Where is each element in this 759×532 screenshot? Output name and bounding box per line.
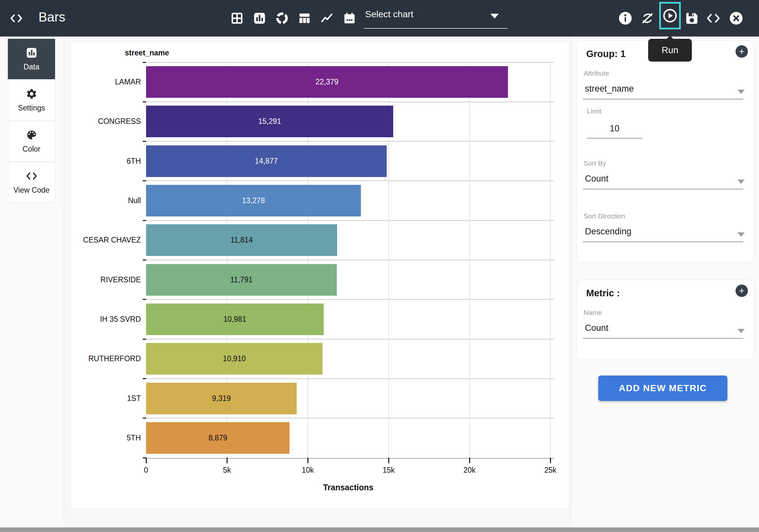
metric-name-select[interactable]: Count: [585, 323, 608, 333]
x-tick-label: 10k: [301, 466, 314, 475]
sidebar-item-view-code[interactable]: View Code: [8, 162, 55, 203]
chart-content-panel: street_name LAMAR22,379CONGRESS15,2916TH…: [64, 36, 572, 527]
bar-value-label: 9,319: [212, 394, 231, 403]
bottom-window-edge: [0, 527, 759, 532]
limit-input[interactable]: 10: [587, 124, 642, 133]
top-bar: Bars: [0, 0, 759, 36]
x-axis-tick: [307, 458, 308, 463]
chevron-down-icon[interactable]: [738, 329, 745, 333]
y-axis-tick: [143, 378, 146, 379]
run-tooltip: Run: [648, 39, 692, 61]
row-separator: [146, 180, 554, 181]
save-icon[interactable]: [685, 11, 699, 25]
x-tick-label: 25k: [544, 466, 556, 475]
chevron-down-icon[interactable]: [738, 180, 745, 184]
category-label: RIVERSIDE: [72, 260, 141, 300]
chevron-down-icon: [490, 14, 499, 19]
bar-chart-icon[interactable]: [253, 12, 266, 25]
calendar-icon[interactable]: [343, 12, 356, 25]
sync-disabled-icon[interactable]: [640, 11, 655, 25]
bar: 8,879: [146, 422, 290, 454]
grid-icon[interactable]: [230, 12, 244, 25]
x-axis-tick: [388, 458, 389, 463]
y-axis-tick: [143, 141, 146, 142]
x-axis-tick: [146, 458, 147, 463]
limit-underline: [587, 138, 642, 138]
add-new-metric-button[interactable]: ADD NEW METRIC: [598, 375, 727, 401]
category-label: LAMAR: [72, 62, 141, 102]
attribute-select[interactable]: street_name: [585, 84, 634, 94]
gear-icon: [26, 88, 37, 100]
run-play-icon: [662, 8, 677, 23]
bar: 13,278: [146, 185, 361, 216]
bar: 10,910: [146, 343, 322, 375]
category-label: 5TH: [72, 418, 141, 458]
row-separator: [146, 141, 554, 142]
sort-direction-label: Sort Direction: [583, 212, 625, 220]
row-separator: [146, 101, 554, 102]
row-separator: [146, 299, 554, 300]
page-title: Bars: [38, 10, 65, 24]
x-tick-label: 5k: [223, 466, 231, 475]
category-label: 6TH: [72, 141, 141, 181]
bar: 9,319: [146, 383, 297, 414]
run-button[interactable]: [659, 2, 681, 29]
bar-value-label: 15,291: [258, 117, 281, 126]
row-separator: [146, 418, 554, 419]
bar: 11,814: [146, 224, 337, 256]
limit-label: Limit: [587, 107, 601, 115]
select-chart-dropdown[interactable]: Select chart: [364, 0, 507, 36]
row-separator: [146, 339, 554, 340]
category-label: CONGRESS: [72, 102, 141, 141]
palette-icon: [26, 129, 37, 141]
add-metric-plus-button[interactable]: +: [736, 285, 748, 297]
sidebar-item-color[interactable]: Color: [8, 121, 55, 161]
bar-value-label: 22,379: [316, 78, 339, 86]
sort-direction-select[interactable]: Descending: [585, 227, 631, 237]
x-axis-tick: [469, 458, 470, 463]
row-separator: [146, 220, 554, 221]
category-label: 1ST: [72, 378, 141, 418]
y-axis-tick: [143, 62, 146, 63]
group-card: Group: 1 + Attribute street_name Limit 1…: [577, 40, 754, 263]
app-window: Bars: [0, 0, 759, 532]
x-axis-line: [146, 458, 554, 459]
table-icon[interactable]: [298, 12, 311, 25]
bar-chart-plot: LAMAR22,379CONGRESS15,2916TH14,877Null13…: [146, 62, 550, 458]
attribute-underline: [583, 99, 743, 99]
y-axis-tick: [143, 220, 146, 221]
x-tick-label: 0: [144, 466, 148, 475]
y-axis-tick: [143, 418, 146, 419]
close-icon[interactable]: [729, 11, 743, 25]
code-icon[interactable]: [706, 11, 721, 25]
metric-card-title: Metric :: [586, 288, 620, 299]
sort-by-select[interactable]: Count: [585, 174, 608, 184]
info-icon[interactable]: [618, 11, 632, 25]
bar-chart-icon: [26, 47, 37, 59]
sidebar-item-label: Data: [23, 62, 39, 71]
sort-by-label: Sort By: [583, 159, 606, 167]
sidebar-item-label: View Code: [13, 186, 50, 195]
donut-chart-icon[interactable]: [275, 12, 289, 25]
sidebar-item-data[interactable]: Data: [8, 39, 55, 79]
add-new-metric-label: ADD NEW METRIC: [619, 383, 707, 394]
metric-card: Metric : + Name Count: [577, 280, 754, 360]
chart-type-toolbar: [230, 12, 356, 25]
code-icon: [9, 12, 23, 25]
chart-card: street_name LAMAR22,379CONGRESS15,2916TH…: [71, 42, 568, 508]
bar-value-label: 10,981: [223, 315, 246, 324]
category-label: RUTHERFORD: [72, 339, 141, 378]
y-axis-tick: [143, 299, 146, 300]
y-axis-tick: [143, 101, 146, 102]
chevron-down-icon[interactable]: [738, 232, 745, 237]
bar: 14,877: [146, 145, 387, 177]
add-group-button[interactable]: +: [736, 45, 748, 58]
code-icon: [26, 170, 37, 182]
line-chart-icon[interactable]: [320, 12, 334, 25]
y-axis-tick: [143, 339, 146, 340]
bar: 10,981: [146, 303, 324, 335]
x-axis-title: Transactions: [323, 483, 373, 492]
chevron-down-icon[interactable]: [738, 90, 745, 94]
sidebar-item-settings[interactable]: Settings: [8, 80, 55, 120]
row-separator: [146, 378, 554, 379]
